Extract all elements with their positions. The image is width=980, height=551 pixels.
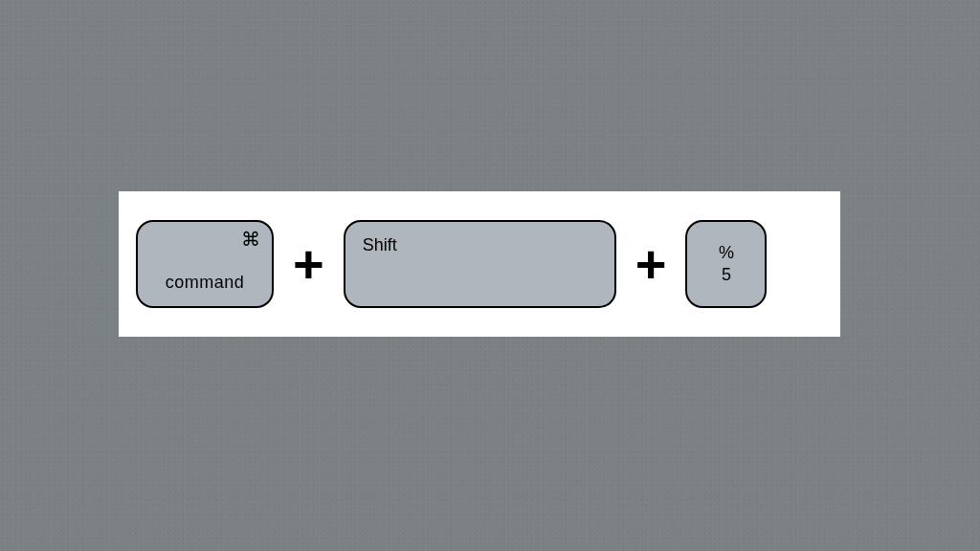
command-key-label: command — [166, 273, 245, 293]
key-shift: Shift — [344, 220, 616, 308]
plus-separator-2: + — [635, 237, 667, 291]
plus-separator-1: + — [293, 237, 324, 291]
key-command: ⌘ command — [136, 220, 274, 308]
shortcut-card: ⌘ command + Shift + % 5 — [119, 191, 840, 337]
command-symbol-icon: ⌘ — [241, 230, 261, 249]
key-five: % 5 — [685, 220, 767, 308]
five-key-lower-label: 5 — [722, 265, 731, 285]
shift-key-label: Shift — [363, 235, 397, 255]
five-key-upper-label: % — [719, 243, 734, 263]
